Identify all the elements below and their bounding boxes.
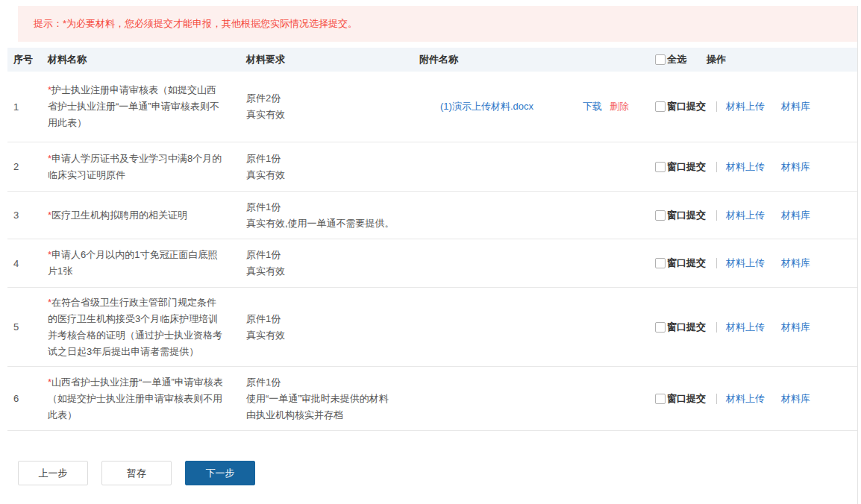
- window-submit-label[interactable]: 窗口提交: [667, 256, 706, 270]
- requirement-line: 真实有效: [246, 167, 419, 183]
- table-row: 5 *在符合省级卫生行政主管部门规定条件的医疗卫生机构接受3个月临床护理培训并考…: [7, 288, 857, 367]
- material-upload-link[interactable]: 材料上传: [726, 100, 765, 113]
- next-step-button[interactable]: 下一步: [185, 461, 255, 485]
- header-index: 序号: [7, 53, 45, 66]
- material-name-text: 申请人6个月以内的1寸免冠正面白底照片1张: [48, 249, 218, 277]
- operations-cell: 窗口提交 材料上传 材料库: [653, 256, 857, 270]
- vertical-divider: [716, 101, 717, 112]
- material-name-text: 在符合省级卫生行政主管部门规定条件的医疗卫生机构接受3个月临床护理培训并考核合格…: [48, 297, 222, 357]
- table-row: 2 *申请人学历证书及专业学习中满8个月的临床实习证明原件 原件1份 真实有效 …: [7, 142, 857, 192]
- requirement-line: 真实有效: [246, 327, 419, 344]
- window-submit-label[interactable]: 窗口提交: [667, 321, 706, 334]
- header-operations: 全选 操作: [653, 53, 857, 66]
- header-attachment-name: 附件名称: [419, 53, 653, 66]
- header-material-name: 材料名称: [45, 53, 246, 66]
- attachment-cell: (1)演示上传材料.docx 下载 删除: [419, 100, 653, 113]
- requirement-line: 真实有效: [246, 107, 419, 123]
- requirement-line: 使用“一单通”审批时未提供的材料: [246, 391, 419, 407]
- material-library-link[interactable]: 材料库: [781, 321, 810, 334]
- material-name: *申请人6个月以内的1寸免冠正面白底照片1张: [45, 247, 246, 280]
- material-name-text: 医疗卫生机构拟聘用的相关证明: [51, 210, 187, 221]
- material-name-text: 山西省护士执业注册“一单通”申请审核表（如提交护士执业注册申请审核表则不用此表）: [48, 377, 223, 420]
- materials-table: 序号 材料名称 材料要求 附件名称 全选 操作 1 *护士执业注册申请审核表（如…: [7, 48, 857, 431]
- material-name-text: 申请人学历证书及专业学习中满8个月的临床实习证明原件: [48, 153, 222, 180]
- material-library-link[interactable]: 材料库: [781, 256, 810, 270]
- material-name: *护士执业注册申请审核表（如提交山西省护士执业注册“一单通”申请审核表则不用此表…: [45, 82, 246, 131]
- row-index: 3: [7, 210, 45, 221]
- window-submit-label[interactable]: 窗口提交: [667, 392, 706, 406]
- header-material-requirement: 材料要求: [246, 53, 419, 66]
- material-name: *医疗卫生机构拟聘用的相关证明: [45, 207, 246, 224]
- window-submit-checkbox[interactable]: [655, 394, 666, 404]
- window-submit-checkbox[interactable]: [655, 210, 666, 221]
- material-requirement: 原件1份 真实有效: [246, 151, 419, 183]
- operation-header-label: 操作: [707, 53, 726, 66]
- table-row: 4 *申请人6个月以内的1寸免冠正面白底照片1张 原件1份 真实有效 窗口提交 …: [7, 239, 857, 288]
- window-submit-checkbox[interactable]: [655, 101, 666, 112]
- operations-cell: 窗口提交 材料上传 材料库: [653, 392, 857, 406]
- notice-bar: 提示：*为必要材料，您必须提交才能申报，其他根据您实际情况选择提交。: [18, 6, 857, 42]
- table-header-row: 序号 材料名称 材料要求 附件名称 全选 操作: [7, 48, 857, 72]
- material-library-link[interactable]: 材料库: [781, 392, 810, 406]
- table-row: 6 *山西省护士执业注册“一单通”申请审核表（如提交护士执业注册申请审核表则不用…: [7, 367, 857, 431]
- row-index: 2: [7, 161, 45, 172]
- requirement-line: 真实有效,使用一单通不需要提供。: [246, 215, 419, 232]
- requirement-line: 原件1份: [246, 247, 419, 263]
- footer-actions: 上一步 暂存 下一步: [18, 461, 255, 485]
- material-requirement: 原件1份 真实有效: [246, 311, 419, 344]
- vertical-divider: [716, 258, 717, 268]
- window-submit-checkbox[interactable]: [655, 162, 666, 172]
- vertical-divider: [716, 162, 717, 172]
- window-submit-checkbox[interactable]: [655, 322, 666, 333]
- vertical-divider: [716, 394, 717, 404]
- material-library-link[interactable]: 材料库: [781, 160, 810, 174]
- vertical-divider: [716, 210, 717, 221]
- download-link[interactable]: 下载: [583, 100, 602, 113]
- material-name-text: 护士执业注册申请审核表（如提交山西省护士执业注册“一单通”申请审核表则不用此表）: [48, 84, 219, 128]
- material-name: *申请人学历证书及专业学习中满8个月的临床实习证明原件: [45, 151, 246, 183]
- requirement-line: 原件1份: [246, 311, 419, 327]
- window-submit-label[interactable]: 窗口提交: [667, 100, 706, 113]
- previous-step-button[interactable]: 上一步: [18, 461, 88, 485]
- operations-cell: 窗口提交 材料上传 材料库: [653, 100, 857, 113]
- attachment-file-link[interactable]: (1)演示上传材料.docx: [440, 100, 533, 113]
- row-index: 4: [7, 258, 45, 269]
- row-index: 1: [7, 101, 45, 113]
- select-all-group: 全选: [653, 53, 686, 66]
- page-right-border: [857, 6, 858, 504]
- material-requirement: 原件1份 真实有效,使用一单通不需要提供。: [246, 199, 419, 232]
- window-submit-label[interactable]: 窗口提交: [667, 209, 706, 222]
- operations-cell: 窗口提交 材料上传 材料库: [653, 160, 857, 174]
- material-requirement: 原件1份 使用“一单通”审批时未提供的材料 由执业机构核实并存档: [246, 374, 419, 423]
- table-row: 1 *护士执业注册申请审核表（如提交山西省护士执业注册“一单通”申请审核表则不用…: [7, 72, 857, 142]
- row-index: 5: [7, 321, 45, 333]
- requirement-line: 原件1份: [246, 374, 419, 391]
- row-index: 6: [7, 393, 45, 404]
- material-upload-link[interactable]: 材料上传: [726, 256, 765, 270]
- material-submission-page: 提示：*为必要材料，您必须提交才能申报，其他根据您实际情况选择提交。 序号 材料…: [0, 6, 861, 504]
- material-upload-link[interactable]: 材料上传: [726, 209, 765, 222]
- window-submit-checkbox[interactable]: [655, 258, 666, 268]
- material-library-link[interactable]: 材料库: [781, 100, 810, 113]
- material-upload-link[interactable]: 材料上传: [726, 392, 765, 406]
- notice-text: 提示：*为必要材料，您必须提交才能申报，其他根据您实际情况选择提交。: [34, 17, 357, 31]
- requirement-line: 由执业机构核实并存档: [246, 407, 419, 423]
- delete-link[interactable]: 删除: [610, 100, 629, 113]
- operations-cell: 窗口提交 材料上传 材料库: [653, 209, 857, 222]
- select-all-label[interactable]: 全选: [667, 53, 686, 66]
- window-submit-label[interactable]: 窗口提交: [667, 160, 706, 174]
- select-all-checkbox[interactable]: [655, 54, 666, 65]
- operations-cell: 窗口提交 材料上传 材料库: [653, 321, 857, 334]
- requirement-line: 原件2份: [246, 90, 419, 107]
- material-library-link[interactable]: 材料库: [781, 209, 810, 222]
- material-requirement: 原件2份 真实有效: [246, 90, 419, 123]
- material-name: *山西省护士执业注册“一单通”申请审核表（如提交护士执业注册申请审核表则不用此表…: [45, 374, 246, 423]
- material-upload-link[interactable]: 材料上传: [726, 160, 765, 174]
- vertical-divider: [716, 322, 717, 333]
- attachment-actions: 下载 删除: [583, 100, 629, 113]
- material-name: *在符合省级卫生行政主管部门规定条件的医疗卫生机构接受3个月临床护理培训并考核合…: [45, 294, 246, 360]
- save-draft-button[interactable]: 暂存: [101, 461, 172, 485]
- material-upload-link[interactable]: 材料上传: [726, 321, 765, 334]
- requirement-line: 真实有效: [246, 263, 419, 280]
- requirement-line: 原件1份: [246, 199, 419, 215]
